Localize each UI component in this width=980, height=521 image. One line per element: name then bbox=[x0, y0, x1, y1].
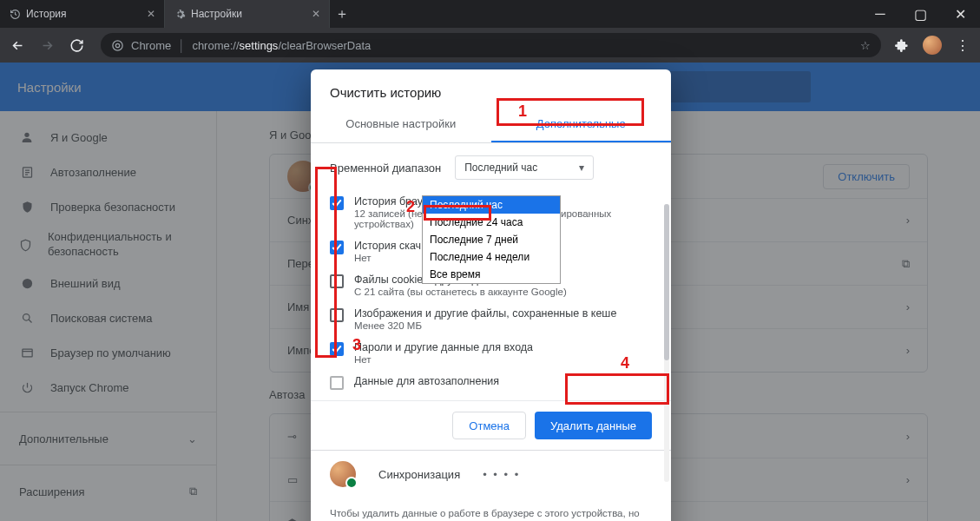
window-controls: ─ ▢ ✕ bbox=[860, 0, 980, 28]
dialog-body: Временной диапазон Последний час ▾ Истор… bbox=[311, 143, 671, 400]
forward-button[interactable] bbox=[38, 38, 56, 53]
browser-toolbar: Chrome │ chrome://settings/clearBrowserD… bbox=[0, 28, 980, 63]
checkbox[interactable] bbox=[330, 342, 344, 356]
checkbox[interactable] bbox=[330, 241, 344, 254]
extensions-icon[interactable] bbox=[893, 38, 911, 52]
dropdown-option[interactable]: Последние 7 дней bbox=[423, 231, 560, 248]
close-icon[interactable]: ✕ bbox=[147, 8, 155, 20]
back-button[interactable] bbox=[9, 38, 26, 53]
sync-badge-icon bbox=[345, 477, 358, 489]
avatar bbox=[330, 461, 356, 487]
tab-label: Настройки bbox=[191, 8, 242, 20]
tab-settings[interactable]: Настройки ✕ bbox=[165, 0, 330, 28]
cancel-button[interactable]: Отмена bbox=[452, 412, 526, 439]
dropdown-option[interactable]: Последние 24 часа bbox=[423, 214, 560, 231]
dropdown-option[interactable]: Последние 4 недели bbox=[423, 248, 560, 266]
check-row-cache[interactable]: Изображения и другие файлы, сохраненные … bbox=[330, 302, 652, 336]
checkbox[interactable] bbox=[330, 196, 344, 210]
maximize-button[interactable]: ▢ bbox=[900, 0, 940, 28]
gear-icon bbox=[174, 8, 186, 20]
time-range-dropdown: Последний час Последние 24 часа Последни… bbox=[422, 195, 561, 284]
checkbox[interactable] bbox=[330, 274, 344, 288]
tab-label: История bbox=[26, 8, 67, 20]
dialog-tabs: Основные настройки Дополнительные bbox=[311, 107, 671, 143]
minimize-button[interactable]: ─ bbox=[860, 0, 900, 28]
check-row-autofill[interactable]: Данные для автозаполнения bbox=[330, 370, 652, 395]
time-range-select[interactable]: Последний час ▾ bbox=[455, 155, 594, 180]
omnibox-url: chrome://settings/clearBrowserData bbox=[192, 39, 371, 52]
delete-data-button[interactable]: Удалить данные bbox=[535, 412, 652, 439]
dialog-scrollbar[interactable] bbox=[664, 204, 669, 482]
omnibox-prefix: Chrome bbox=[131, 39, 171, 52]
close-window-button[interactable]: ✕ bbox=[940, 0, 980, 28]
tab-basic[interactable]: Основные настройки bbox=[311, 107, 491, 142]
dialog-sync-row: Синхронизация • • • • bbox=[311, 450, 671, 498]
dropdown-option[interactable]: Последний час bbox=[423, 196, 560, 214]
profile-avatar[interactable] bbox=[923, 36, 942, 55]
tab-history[interactable]: История ✕ bbox=[0, 0, 165, 28]
more-icon: • • • • bbox=[483, 468, 520, 481]
svg-point-0 bbox=[113, 40, 122, 49]
menu-icon[interactable]: ⋮ bbox=[954, 37, 971, 54]
reload-button[interactable] bbox=[68, 38, 85, 53]
history-icon bbox=[9, 8, 21, 20]
check-row-passwords[interactable]: Пароли и другие данные для входаНет bbox=[330, 336, 652, 370]
checkbox[interactable] bbox=[330, 308, 344, 322]
dialog-actions: Отмена Удалить данные bbox=[311, 400, 671, 450]
address-bar[interactable]: Chrome │ chrome://settings/clearBrowserD… bbox=[101, 33, 881, 57]
tab-advanced[interactable]: Дополнительные bbox=[491, 107, 672, 142]
time-range-label: Временной диапазон bbox=[330, 162, 441, 175]
star-icon[interactable]: ☆ bbox=[860, 39, 871, 52]
clear-data-dialog: Очистить историю Основные настройки Допо… bbox=[311, 69, 671, 521]
checkbox[interactable] bbox=[330, 376, 344, 390]
dialog-title: Очистить историю bbox=[311, 69, 671, 107]
svg-point-1 bbox=[115, 43, 119, 47]
scrollbar-thumb[interactable] bbox=[664, 204, 669, 360]
dropdown-option[interactable]: Все время bbox=[423, 266, 560, 283]
new-tab-button[interactable]: ＋ bbox=[330, 0, 354, 28]
browser-tabs: История ✕ Настройки ✕ ＋ bbox=[0, 0, 860, 28]
close-icon[interactable]: ✕ bbox=[312, 8, 320, 20]
window-titlebar: История ✕ Настройки ✕ ＋ ─ ▢ ✕ bbox=[0, 0, 980, 28]
chrome-icon bbox=[111, 39, 124, 52]
dialog-note: Чтобы удалить данные о работе в браузере… bbox=[311, 498, 671, 521]
triangle-down-icon: ▾ bbox=[579, 162, 584, 174]
